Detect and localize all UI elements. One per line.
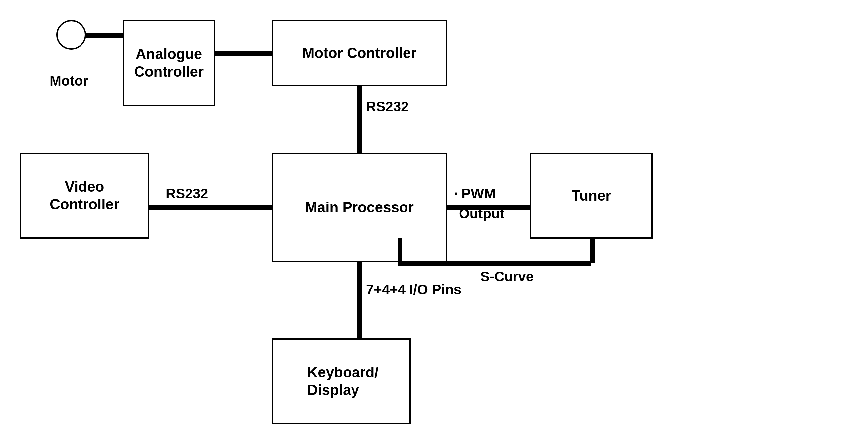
motor-controller-label: Motor Controller — [303, 45, 417, 62]
pwm-label: · PWM — [454, 186, 496, 202]
motor-to-analogue-line — [86, 33, 124, 38]
rs232-left-label: RS232 — [166, 186, 208, 202]
s-curve-label: S-Curve — [480, 269, 534, 285]
video-to-main-line — [148, 205, 273, 210]
s-curve-left-drop — [398, 238, 402, 263]
analogue-controller-box: AnalogueController — [123, 20, 215, 106]
block-diagram: Motor AnalogueController Motor Controlle… — [0, 0, 868, 442]
keyboard-display-label: Keyboard/Display — [304, 364, 378, 399]
keyboard-display-box: Keyboard/Display — [272, 338, 411, 424]
tuner-label: Tuner — [572, 187, 611, 205]
analogue-to-motorctrl-line — [215, 51, 272, 56]
main-to-keyboard-line — [357, 261, 362, 339]
video-controller-box: VideoController — [20, 152, 149, 239]
main-processor-label: Main Processor — [305, 199, 414, 216]
io-pins-label: 7+4+4 I/O Pins — [366, 282, 461, 298]
motor-label: Motor — [50, 73, 89, 89]
analogue-controller-label: AnalogueController — [134, 46, 204, 81]
rs232-top-label: RS232 — [366, 99, 408, 115]
s-curve-top-line — [398, 261, 591, 266]
motor-symbol — [56, 20, 86, 50]
motor-controller-box: Motor Controller — [272, 20, 447, 86]
s-curve-right-drop — [590, 238, 595, 263]
video-controller-label: VideoController — [50, 178, 119, 213]
output-label: Output — [459, 206, 504, 222]
tuner-box: Tuner — [530, 152, 653, 239]
main-processor-box: Main Processor — [272, 152, 447, 262]
motorctrl-to-main-line — [357, 86, 362, 153]
